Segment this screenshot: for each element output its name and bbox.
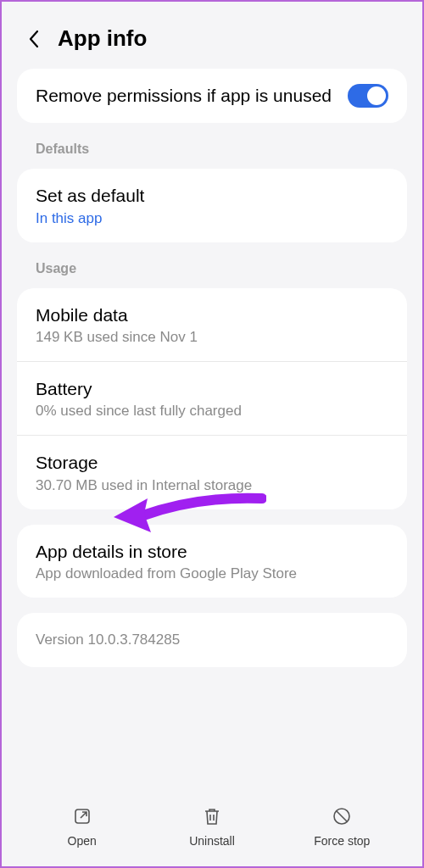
app-details-subtitle: App downloaded from Google Play Store [36, 565, 388, 582]
set-as-default-subtitle: In this app [36, 210, 388, 227]
svg-line-2 [337, 811, 347, 821]
app-details-row[interactable]: App details in store App downloaded from… [17, 525, 407, 598]
defaults-card: Set as default In this app [17, 169, 407, 242]
battery-row[interactable]: Battery 0% used since last fully charged [17, 362, 407, 436]
uninstall-label: Uninstall [189, 834, 235, 848]
store-card: App details in store App downloaded from… [17, 525, 407, 598]
mobile-data-label: Mobile data [36, 303, 388, 327]
bottom-nav: Open Uninstall Force stop [17, 793, 407, 851]
usage-card: Mobile data 149 KB used since Nov 1 Batt… [17, 288, 407, 509]
open-icon [71, 805, 93, 827]
app-details-label: App details in store [36, 540, 388, 564]
version-text: Version 10.0.3.784285 [17, 613, 407, 667]
toggle-knob [367, 86, 386, 105]
trash-icon [201, 805, 223, 827]
storage-row[interactable]: Storage 30.70 MB used in Internal storag… [17, 436, 407, 509]
force-stop-icon [331, 805, 353, 827]
usage-section-label: Usage [17, 258, 407, 288]
mobile-data-row[interactable]: Mobile data 149 KB used since Nov 1 [17, 288, 407, 362]
remove-permissions-label: Remove permissions if app is unused [36, 84, 334, 108]
remove-permissions-row[interactable]: Remove permissions if app is unused [17, 69, 407, 123]
page-title: App info [58, 25, 147, 52]
defaults-section-label: Defaults [17, 138, 407, 169]
chevron-left-icon [28, 30, 40, 48]
uninstall-button[interactable]: Uninstall [147, 805, 276, 848]
force-stop-button[interactable]: Force stop [277, 805, 407, 848]
open-label: Open [68, 834, 97, 848]
storage-label: Storage [36, 451, 388, 475]
storage-subtitle: 30.70 MB used in Internal storage [36, 477, 388, 494]
header: App info [17, 17, 407, 69]
battery-subtitle: 0% used since last fully charged [36, 403, 388, 420]
set-as-default-row[interactable]: Set as default In this app [17, 169, 407, 242]
set-as-default-label: Set as default [36, 184, 388, 208]
back-button[interactable] [25, 31, 42, 47]
mobile-data-subtitle: 149 KB used since Nov 1 [36, 329, 388, 346]
remove-permissions-toggle[interactable] [348, 84, 388, 108]
battery-label: Battery [36, 377, 388, 401]
open-button[interactable]: Open [17, 805, 147, 848]
force-stop-label: Force stop [314, 834, 370, 848]
permissions-card: Remove permissions if app is unused [17, 69, 407, 123]
version-card: Version 10.0.3.784285 [17, 613, 407, 667]
